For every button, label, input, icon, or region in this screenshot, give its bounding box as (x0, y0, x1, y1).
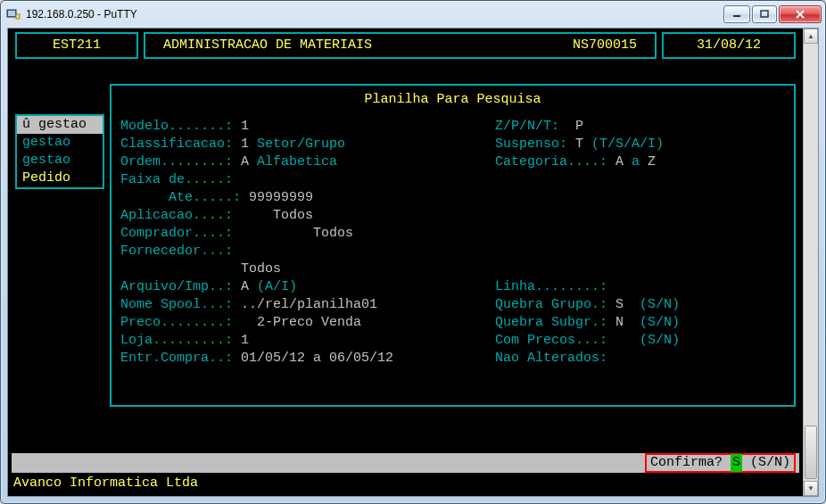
header-date: 31/08/12 (662, 32, 796, 59)
confirm-opts: (S/N) (750, 454, 790, 472)
sidebar-item-gestao-2[interactable]: gestao (17, 134, 103, 152)
qsub-value[interactable]: N (615, 314, 624, 332)
ate-value[interactable]: 99999999 (249, 189, 313, 207)
aplic-label: Aplicacao....: (120, 207, 233, 225)
zptn-label: Z/P/N/T: (495, 118, 559, 136)
compr-label: Comprador....: (120, 225, 233, 243)
arq-value[interactable]: A (241, 278, 249, 296)
header-code: EST211 (15, 32, 138, 59)
ordem-desc: Alfabetica (257, 153, 337, 171)
qgrp-opts: (S/N) (640, 296, 680, 314)
scroll-track[interactable] (804, 44, 818, 481)
form-panel: Planilha Para Pesquisa Modelo.......: 1 … (110, 84, 796, 407)
scroll-thumb[interactable] (805, 426, 817, 479)
entr-value[interactable]: 01/05/12 a 06/05/12 (241, 350, 393, 368)
spool-value[interactable]: ../rel/planilha01 (241, 296, 377, 314)
close-button[interactable] (779, 5, 822, 23)
cpre-opts: (S/N) (640, 332, 680, 350)
ate-label: Ate.....: (169, 189, 241, 207)
scroll-up-button[interactable]: ▲ (804, 29, 818, 44)
sidebar-item-gestao-1[interactable]: û gestao (17, 116, 103, 134)
cpre-label: Com Precos...: (495, 332, 607, 350)
sidebar-menu: û gestao gestao gestao Pedido (15, 114, 104, 189)
header-title: ADMINISTRACAO DE MATERIAIS NS700015 (144, 32, 657, 59)
scroll-down-button[interactable]: ▼ (804, 481, 818, 496)
header-session: NS700015 (573, 37, 637, 54)
putty-icon (6, 7, 21, 21)
linha-label: Linha........: (495, 278, 607, 296)
svg-rect-2 (16, 14, 20, 19)
aplic-value[interactable]: Todos (273, 207, 313, 225)
susp-value[interactable]: T (575, 136, 583, 153)
modelo-value[interactable]: 1 (241, 118, 249, 136)
status-bar: Confirma? S (S/N) (12, 453, 799, 473)
qsub-opts: (S/N) (640, 314, 680, 332)
footer-text: Avanco Informatica Ltda (13, 475, 198, 492)
entr-label: Entr.Compra..: (120, 350, 233, 368)
panel-title: Planilha Para Pesquisa (112, 86, 794, 118)
nalt-label: Nao Alterados: (495, 350, 607, 368)
putty-window: 192.168.0.250 - PuTTY EST211 ADMINISTRAC… (0, 0, 826, 504)
susp-opts: (T/S/A/I) (591, 136, 664, 153)
spool-label: Nome Spool...: (120, 296, 233, 314)
arq-label: Arquivo/Imp..: (120, 278, 233, 296)
forn-value[interactable]: Todos (241, 260, 281, 278)
loja-value[interactable]: 1 (241, 332, 249, 350)
compr-value[interactable]: Todos (313, 225, 353, 243)
header-title-text: ADMINISTRACAO DE MATERIAIS (163, 37, 372, 54)
terminal-area: EST211 ADMINISTRACAO DE MATERIAIS NS7000… (7, 28, 819, 497)
class-label: Classificacao: (120, 136, 233, 153)
susp-label: Suspenso: (495, 136, 567, 153)
confirm-label: Confirma? (650, 454, 723, 472)
categ-from[interactable]: A (615, 153, 624, 171)
class-desc: Setor/Grupo (257, 136, 345, 153)
arq-opts: (A/I) (257, 278, 297, 296)
zptn-value[interactable]: P (575, 118, 583, 136)
window-title: 192.168.0.250 - PuTTY (26, 8, 137, 21)
maximize-button[interactable] (752, 5, 777, 23)
class-value[interactable]: 1 (241, 136, 249, 153)
qgrp-label: Quebra Grupo.: (495, 296, 607, 314)
svg-rect-1 (8, 11, 15, 16)
titlebar[interactable]: 192.168.0.250 - PuTTY (1, 1, 825, 28)
minimize-button[interactable] (723, 5, 750, 23)
categ-to[interactable]: Z (648, 153, 656, 171)
ordem-label: Ordem........: (120, 153, 233, 171)
preco-label: Preco........: (120, 314, 233, 332)
sidebar-item-pedido[interactable]: Pedido (17, 169, 103, 187)
faixa-label: Faixa de.....: (120, 171, 233, 189)
confirm-prompt[interactable]: Confirma? S (S/N) (645, 453, 796, 473)
terminal[interactable]: EST211 ADMINISTRACAO DE MATERIAIS NS7000… (8, 29, 803, 496)
categ-label: Categoria....: (495, 153, 607, 171)
svg-rect-4 (761, 11, 768, 17)
qgrp-value[interactable]: S (615, 296, 624, 314)
loja-label: Loja.........: (120, 332, 233, 350)
confirm-value[interactable]: S (731, 454, 742, 472)
forn-label: Fornecedor...: (120, 243, 233, 260)
scrollbar[interactable]: ▲ ▼ (803, 29, 818, 496)
preco-value[interactable]: 2-Preco Venda (257, 314, 361, 332)
modelo-label: Modelo.......: (120, 118, 233, 136)
ordem-value[interactable]: A (241, 153, 249, 171)
qsub-label: Quebra Subgr.: (495, 314, 607, 332)
sidebar-item-gestao-3[interactable]: gestao (17, 152, 103, 169)
